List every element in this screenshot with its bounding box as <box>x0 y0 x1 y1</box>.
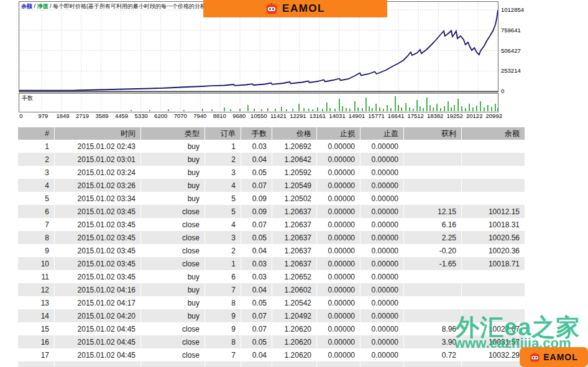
table-header-cell: 时间 <box>55 127 140 140</box>
table-row[interactable]: 82015.01.02 03:45close30.051.206370.0000… <box>18 231 525 244</box>
y-tick-label: 253214 <box>501 67 521 74</box>
y-tick-label: 506427 <box>501 47 521 54</box>
table-cell: 16 <box>18 335 54 348</box>
table-cell: 0.07 <box>241 322 272 335</box>
table-row[interactable]: 12015.01.02 02:43buy10.031.206920.000000… <box>18 140 525 153</box>
chart-legend: 余额 / 净值 / 每个即时价格(基于所有可利用的最小时段的每一个价格的分析) <box>21 2 208 11</box>
table-cell: 2015.01.02 03:01 <box>55 153 140 166</box>
y-tick-label: 1012854 <box>501 6 524 13</box>
table-cell <box>462 153 525 166</box>
table-cell: 4 <box>205 179 241 192</box>
table-cell: 6.16 <box>404 218 461 231</box>
table-cell: close <box>141 335 204 348</box>
table-header-cell: 价格 <box>272 127 316 140</box>
table-cell: 14 <box>18 309 54 322</box>
table-row[interactable]: 32015.01.02 03:24buy30.051.205920.000000… <box>18 166 525 179</box>
table-row[interactable]: 132015.01.02 04:17buy80.051.205420.00000… <box>18 296 525 309</box>
table-cell: 10018.31 <box>462 218 525 231</box>
table-cell: 0.07 <box>241 309 272 322</box>
table-cell: -0.20 <box>404 244 461 257</box>
legend-equity-label: 净值 <box>37 3 48 9</box>
table-cell: buy <box>141 296 204 309</box>
table-cell: 0.03 <box>241 257 272 270</box>
table-cell: 1.20637 <box>272 231 316 244</box>
table-cell: 17 <box>18 348 54 361</box>
table-cell: 1.20620 <box>272 322 316 335</box>
table-cell: 0.00000 <box>361 140 403 153</box>
table-cell: 1.20592 <box>272 166 316 179</box>
table-cell: 7 <box>205 348 241 361</box>
table-row[interactable]: 162015.01.02 04:45close80.051.206200.000… <box>18 335 525 348</box>
table-cell: 2015.01.02 04:45 <box>55 335 140 348</box>
table-cell: 7 <box>205 283 241 296</box>
table-cell: 0.07 <box>241 218 272 231</box>
table-cell: 0.00000 <box>317 192 360 205</box>
table-cell: 2 <box>205 244 241 257</box>
table-cell <box>462 166 525 179</box>
table-cell: 8.96 <box>404 322 461 335</box>
table-cell: 0.00000 <box>317 322 360 335</box>
table-cell: 2015.01.02 04:20 <box>55 309 140 322</box>
eamol-ad-banner[interactable]: EAMOL <box>203 0 387 17</box>
table-cell: 0.03 <box>241 270 272 283</box>
table-cell: 2015.01.02 03:45 <box>55 218 140 231</box>
table-cell: 0.00000 <box>361 179 403 192</box>
table-cell: 0.05 <box>241 231 272 244</box>
table-cell <box>404 270 461 283</box>
eamol-logo-badge[interactable]: EAMOL <box>520 347 588 367</box>
table-cell: 3 <box>205 231 241 244</box>
table-cell: 2015.01.02 04:45 <box>55 348 140 361</box>
table-cell <box>272 361 316 367</box>
table-cell: 1.20549 <box>272 179 316 192</box>
table-cell: 0.00000 <box>361 270 403 283</box>
table-row[interactable]: 92015.01.02 03:45close20.041.206370.0000… <box>18 244 525 257</box>
brand-wordmark: EAMOL <box>282 2 325 15</box>
table-row[interactable]: 52015.01.02 03:34buy50.091.205020.000000… <box>18 192 525 205</box>
table-cell: 2015.01.02 03:45 <box>55 231 140 244</box>
table-cell: buy <box>141 270 204 283</box>
table-cell: 10 <box>18 257 54 270</box>
table-cell: 0.00000 <box>361 283 403 296</box>
table-cell <box>404 179 461 192</box>
backtest-report-page: { "brand": {"name": "EAMOL"}, "watermark… <box>0 0 588 367</box>
table-row[interactable]: 152015.01.02 04:45close90.071.206200.000… <box>18 322 525 335</box>
table-cell: 0.00000 <box>317 140 360 153</box>
table-cell: 0.00000 <box>317 270 360 283</box>
table-cell: 0.00000 <box>361 218 403 231</box>
table-cell: 0.00000 <box>361 322 403 335</box>
table-cell: 1.20637 <box>272 244 316 257</box>
table-cell: 0.00000 <box>361 335 403 348</box>
table-row[interactable]: 22015.01.02 03:01buy20.041.206420.000000… <box>18 153 525 166</box>
table-cell: 2015.01.02 03:45 <box>55 205 140 218</box>
table-cell <box>404 283 461 296</box>
table-cell: 8 <box>205 335 241 348</box>
table-row[interactable]: 102015.01.02 03:45close10.031.206370.000… <box>18 257 525 270</box>
table-cell: 0.00000 <box>317 205 360 218</box>
table-header-cell: 类型 <box>141 127 204 140</box>
table-row[interactable]: 172015.01.02 04:45close70.041.206200.000… <box>18 348 525 361</box>
table-row[interactable]: 112015.01.02 03:45buy60.031.206520.00000… <box>18 270 525 283</box>
table-cell: 1 <box>205 140 241 153</box>
table-row[interactable]: 142015.01.02 04:20buy90.071.204920.00000… <box>18 309 525 322</box>
table-row[interactable] <box>18 361 525 367</box>
table-cell: 0.05 <box>241 296 272 309</box>
table-cell: 1.20652 <box>272 270 316 283</box>
legend-model-label: 每个即时价格(基于所有可利用的最小时段的每一个价格的分析) <box>53 3 208 9</box>
table-cell: 1.20620 <box>272 348 316 361</box>
table-row[interactable]: 72015.01.02 03:45close40.071.206370.0000… <box>18 218 525 231</box>
table-cell: 0.00000 <box>361 153 403 166</box>
table-cell: close <box>141 205 204 218</box>
table-cell: 5 <box>205 192 241 205</box>
table-cell: 2.25 <box>404 231 461 244</box>
table-cell: 15 <box>18 322 54 335</box>
table-cell <box>462 296 525 309</box>
table-row[interactable]: 62015.01.02 03:45close50.091.206370.0000… <box>18 205 525 218</box>
table-cell: 0.00000 <box>361 257 403 270</box>
table-cell: 12 <box>18 283 54 296</box>
table-row[interactable]: 122015.01.02 04:16buy70.041.206020.00000… <box>18 283 525 296</box>
table-cell: 10020.36 <box>462 244 525 257</box>
table-cell: 0.07 <box>241 179 272 192</box>
table-cell: 0.00000 <box>361 244 403 257</box>
table-row[interactable]: 42015.01.02 03:26buy40.071.205490.000000… <box>18 179 525 192</box>
table-cell: buy <box>141 192 204 205</box>
